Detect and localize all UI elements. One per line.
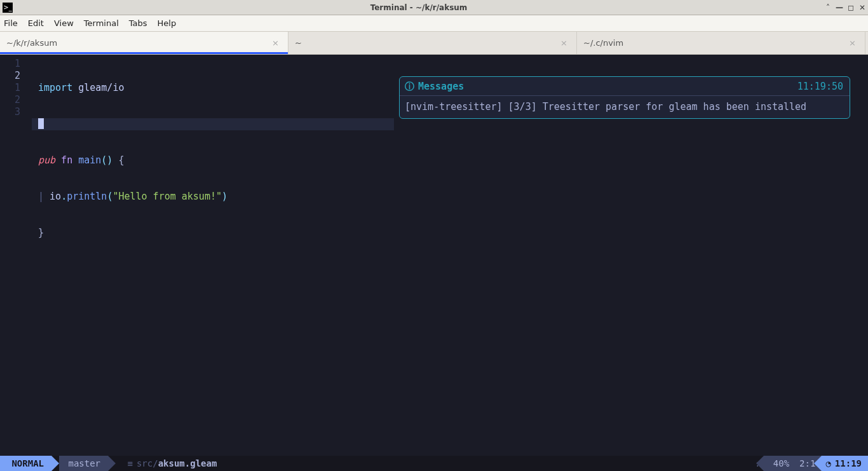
- line-number: 1: [0, 58, 32, 70]
- menu-file[interactable]: File: [4, 18, 18, 28]
- path-dir: src/: [137, 458, 158, 468]
- git-branch-name: master: [68, 458, 100, 468]
- tab-3-close-icon[interactable]: ×: [846, 37, 858, 49]
- menubar: File Edit View Terminal Tabs Help: [0, 15, 868, 32]
- code-line-current: [32, 118, 394, 130]
- maximize-button[interactable]: ◻: [845, 3, 857, 12]
- tab-3[interactable]: ~/.c/nvim ×: [577, 32, 865, 54]
- menu-tabs[interactable]: Tabs: [129, 18, 147, 28]
- statusline: NORMAL master ≡ src/aksum.gleam : 40% 2:…: [0, 456, 868, 471]
- code-line: pub fn main() {: [32, 154, 868, 167]
- line-number-current: 2: [0, 70, 32, 82]
- tab-1[interactable]: ~/k/r/aksum ×: [0, 32, 288, 54]
- code-line: }: [32, 227, 868, 239]
- messages-body: [nvim-treesitter] [3/3] Treesitter parse…: [400, 96, 850, 116]
- messages-popup: ⓘ Messages 11:19:50 [nvim-treesitter] [3…: [399, 76, 850, 119]
- messages-time: 11:19:50: [797, 81, 843, 93]
- roll-up-button[interactable]: ˄: [822, 3, 834, 12]
- editor[interactable]: 1 2 1 2 3 import gleam/io pub fn main() …: [0, 55, 868, 456]
- status-mode: NORMAL: [0, 456, 51, 471]
- status-spacer: [223, 456, 751, 471]
- line-number: 1: [0, 82, 32, 94]
- menu-help[interactable]: Help: [158, 18, 177, 28]
- line-number: 2: [0, 94, 32, 106]
- path-filename: aksum.gleam: [158, 458, 217, 468]
- info-icon: ⓘ: [405, 81, 414, 93]
- menu-edit[interactable]: Edit: [28, 18, 44, 28]
- terminal-app-icon: >_: [3, 3, 13, 13]
- menu-view[interactable]: View: [54, 18, 74, 28]
- tab-1-label: ~/k/r/aksum: [6, 38, 269, 48]
- minimize-button[interactable]: —: [834, 3, 845, 12]
- line-number-gutter: 1 2 1 2 3: [0, 55, 32, 456]
- messages-header: ⓘ Messages 11:19:50: [400, 78, 850, 96]
- menu-icon: ≡: [127, 458, 132, 468]
- line-number: 3: [0, 106, 32, 118]
- status-git-branch: master: [59, 456, 108, 471]
- clock-time: 11:19: [835, 458, 862, 468]
- tab-2-label: ~: [295, 38, 558, 48]
- clock-icon: ◔: [825, 458, 831, 468]
- window-title: Terminal - ~/k/r/aksum: [15, 3, 822, 12]
- status-percent: 40%: [764, 456, 793, 471]
- close-window-button[interactable]: ✕: [857, 3, 868, 12]
- status-clock: ◔11:19: [822, 456, 868, 471]
- code-line: | io.println("Hello from aksum!"): [32, 191, 868, 203]
- tab-2[interactable]: ~ ×: [288, 32, 577, 54]
- cursor-block: [38, 118, 44, 129]
- tab-2-close-icon[interactable]: ×: [558, 37, 570, 49]
- window-titlebar: >_ Terminal - ~/k/r/aksum ˄ — ◻ ✕: [0, 0, 868, 15]
- status-filepath: ≡ src/aksum.gleam: [121, 456, 223, 471]
- tab-3-label: ~/.c/nvim: [583, 38, 846, 48]
- menu-terminal[interactable]: Terminal: [84, 18, 119, 28]
- messages-title: Messages: [418, 81, 797, 93]
- tabbar: ~/k/r/aksum × ~ × ~/.c/nvim ×: [0, 32, 868, 55]
- tab-1-close-icon[interactable]: ×: [269, 37, 281, 49]
